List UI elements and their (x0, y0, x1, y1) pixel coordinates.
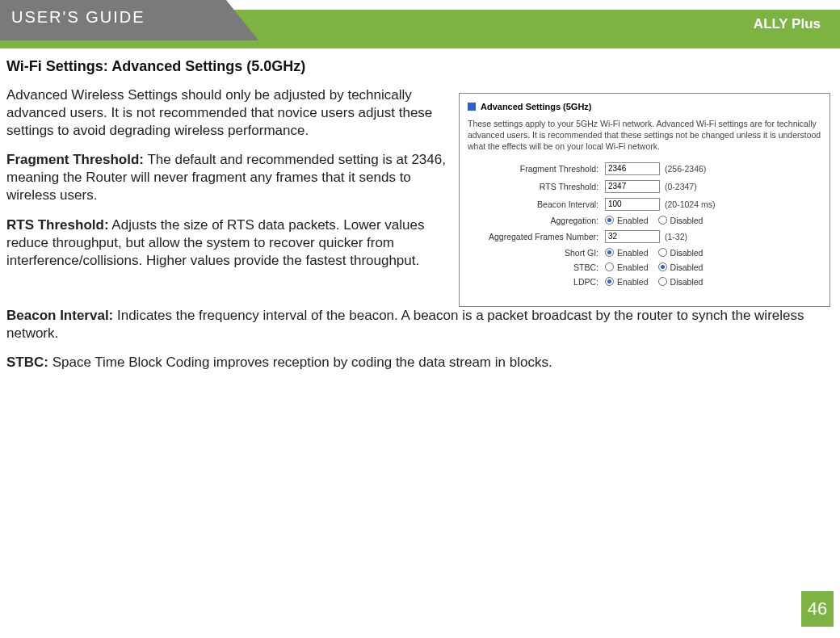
stbc-para: STBC: Space Time Block Coding improves r… (6, 354, 830, 371)
stbc-text: Space Time Block Coding improves recepti… (48, 355, 552, 370)
page-header: USER'S GUIDE ALLY Plus (0, 0, 840, 40)
label-aggframes: Aggregated Frames Number: (468, 232, 605, 241)
label-beacon: Beacon Interval: (468, 199, 605, 209)
radio-aggregation-enabled-label: Enabled (617, 216, 649, 225)
panel-title-icon (468, 103, 476, 111)
header-divider (0, 45, 840, 48)
radio-shortgi-disabled[interactable] (658, 248, 667, 257)
radio-stbc-enabled[interactable] (605, 262, 614, 271)
guide-tab: USER'S GUIDE (0, 0, 226, 40)
row-beacon: Beacon Interval: (20-1024 ms) (468, 198, 821, 211)
input-aggframes[interactable] (605, 230, 660, 243)
row-rts: RTS Threshold: (0-2347) (468, 180, 821, 193)
brand-label: ALLY Plus (754, 16, 821, 32)
radio-stbc-disabled[interactable] (658, 262, 667, 271)
row-stbc: STBC: Enabled Disabled (468, 262, 821, 272)
row-shortgi: Short GI: Enabled Disabled (468, 248, 821, 258)
range-beacon: (20-1024 ms) (665, 199, 715, 209)
row-aggframes: Aggregated Frames Number: (1-32) (468, 230, 821, 243)
panel-title: Advanced Settings (5GHz) (468, 102, 821, 111)
radio-shortgi-enabled[interactable] (605, 248, 614, 257)
fragment-para: Fragment Threshold: The default and reco… (6, 151, 446, 204)
label-ldpc: LDPC: (468, 277, 605, 287)
label-stbc: STBC: (468, 262, 605, 272)
panel-title-text: Advanced Settings (5GHz) (481, 102, 592, 111)
radio-ldpc-enabled-label: Enabled (617, 277, 649, 287)
page-content: Wi-Fi Settings: Advanced Settings (5.0GH… (0, 40, 840, 371)
label-aggregation: Aggregation: (468, 216, 605, 225)
intro-text: Advanced Wireless Settings should only b… (6, 86, 446, 140)
radio-ldpc-enabled[interactable] (605, 277, 614, 286)
rts-para: RTS Threshold: Adjusts the size of RTS d… (6, 216, 446, 270)
beacon-label: Beacon Interval: (6, 308, 113, 323)
range-rts: (0-2347) (665, 182, 697, 191)
radio-shortgi-disabled-label: Disabled (670, 248, 704, 258)
row-aggregation: Aggregation: Enabled Disabled (468, 216, 821, 225)
label-shortgi: Short GI: (468, 248, 605, 258)
radio-aggregation-disabled[interactable] (658, 216, 667, 225)
radio-shortgi-enabled-label: Enabled (617, 248, 649, 258)
page-number: 46 (801, 591, 834, 627)
beacon-text: Indicates the frequency interval of the … (6, 308, 804, 341)
input-fragment[interactable] (605, 162, 660, 175)
rts-label: RTS Threshold: (6, 217, 109, 233)
settings-panel: Advanced Settings (5GHz) These settings … (459, 93, 830, 307)
stbc-label: STBC: (6, 355, 48, 370)
beacon-para: Beacon Interval: Indicates the frequency… (6, 307, 830, 342)
input-beacon[interactable] (605, 198, 660, 211)
radio-aggregation-disabled-label: Disabled (670, 216, 704, 225)
range-fragment: (256-2346) (665, 164, 706, 174)
radio-stbc-enabled-label: Enabled (617, 262, 649, 272)
label-rts: RTS Threshold: (468, 182, 605, 191)
radio-stbc-disabled-label: Disabled (670, 262, 704, 272)
row-fragment: Fragment Threshold: (256-2346) (468, 162, 821, 175)
input-rts[interactable] (605, 180, 660, 193)
range-aggframes: (1-32) (665, 232, 687, 241)
panel-description: These settings apply to your 5GHz Wi-Fi … (468, 118, 821, 153)
row-ldpc: LDPC: Enabled Disabled (468, 277, 821, 287)
label-fragment: Fragment Threshold: (468, 164, 605, 174)
radio-ldpc-disabled[interactable] (658, 277, 667, 286)
fragment-label: Fragment Threshold: (6, 152, 144, 167)
radio-aggregation-enabled[interactable] (605, 216, 614, 225)
page-title: Wi-Fi Settings: Advanced Settings (5.0GH… (6, 58, 830, 75)
radio-ldpc-disabled-label: Disabled (670, 277, 704, 287)
